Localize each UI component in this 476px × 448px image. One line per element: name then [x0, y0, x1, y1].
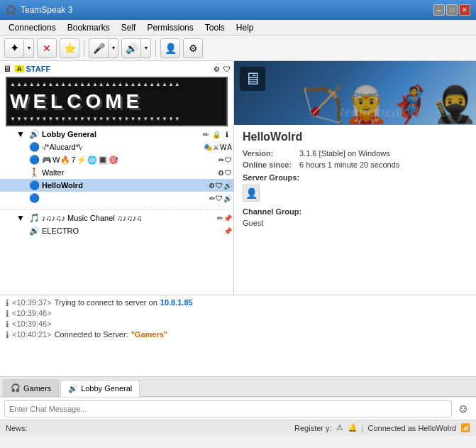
walter-name: Walter: [42, 168, 64, 177]
icon1: 🎭: [204, 143, 212, 151]
version-label: Version:: [243, 149, 299, 158]
user-icons-row[interactable]: 🔵 🎮 W 🔥 7 ⚡ 🌐 🔳 🎯 ✏ 🛡: [0, 153, 233, 166]
channel-tree: 🖥 A STAFF ⚙ 🛡 ▲▲▲▲▲▲▲▲▲▲▲▲▲▲▲▲▲▲▲▲▲▲▲▲▲▲…: [0, 61, 233, 295]
ip-1: 10.8.1.85: [160, 298, 193, 308]
tree-divider: [0, 206, 233, 210]
status-right: Register y: ⚠ 🔔 | Connected as HelloWolr…: [294, 423, 470, 432]
extra-icon3: 🔊: [223, 195, 232, 202]
online-label: Online since:: [243, 160, 299, 169]
lobby-general-channel[interactable]: ▼ 🔊 Lobby General ✏ 🔒 ℹ: [0, 128, 233, 141]
extra-icon2: 🛡: [216, 195, 223, 202]
minimize-button[interactable]: ─: [433, 4, 445, 16]
walter-icons: ⚙ 🛡: [218, 169, 232, 177]
register-label: Register y:: [294, 424, 332, 432]
mute-speaker-button[interactable]: 🔊: [121, 38, 141, 58]
info-icon-2: ℹ: [6, 309, 9, 319]
chat-input-area: ☺: [0, 397, 476, 420]
staff-label: A STAFF: [15, 65, 50, 73]
user-walter[interactable]: 🚶 Walter ⚙ 🛡: [0, 166, 233, 179]
connect-dropdown[interactable]: ▾: [24, 38, 34, 58]
settings-icon: ⚙: [211, 64, 221, 74]
user-banner: 🖥 🏹 🧝 🦸 🥷 teamspeak 3: [234, 61, 476, 125]
title-bar-controls: ─ □ ✕: [433, 4, 470, 16]
mute-mic-group: 🎤 ▾: [89, 38, 118, 58]
user-display-name: HelloWolrd: [243, 131, 467, 143]
menu-tools[interactable]: Tools: [199, 21, 231, 34]
online-row: Online since: 6 hours 1 minute 20 second…: [243, 160, 467, 169]
status-sep: |: [362, 424, 364, 432]
figure4: 🥷: [432, 84, 476, 125]
user-hellowolrd[interactable]: 🔵 HelloWolrd ⚙ 🛡 🔊: [0, 179, 233, 192]
edit-icon: ✏: [201, 129, 211, 139]
user2-edit: ✏: [218, 156, 224, 164]
alucard-icons: 🎭 ⚔ W A: [204, 143, 232, 151]
electro-right-icons: 📌: [223, 227, 232, 235]
mute-mic-button[interactable]: 🎤: [89, 38, 109, 58]
server-root[interactable]: 🖥 A STAFF ⚙ 🛡: [0, 62, 233, 75]
ts-watermark: teamspeak 3: [340, 102, 419, 121]
channel-group-value: Guest: [243, 219, 467, 227]
menu-self[interactable]: Self: [116, 21, 142, 34]
hw-icon2: 🛡: [216, 182, 223, 190]
menu-connections[interactable]: Connections: [3, 21, 62, 34]
walter-avatar-icon: 🚶: [28, 167, 40, 178]
music-icon2: 📌: [223, 214, 232, 222]
disconnect-button[interactable]: ✕: [37, 38, 57, 58]
channel-group-heading: Channel Group:: [243, 207, 467, 216]
info-icon-3: ℹ: [6, 319, 9, 329]
version-row: Version: 3.1.6 [Stable] on Windows: [243, 149, 467, 158]
tabs-bar: 🎧 Gamers 🔊 Lobby General: [0, 377, 476, 397]
tab-gamers[interactable]: 🎧 Gamers: [3, 379, 59, 396]
music-label: ♪♫♪♫♪ Music Chanel ♫♪♫♪♫: [42, 214, 143, 222]
hw-icon3: 🔊: [223, 182, 232, 190]
contacts-button[interactable]: 👤: [160, 38, 180, 58]
user-extra[interactable]: 🔵 ✏ 🛡 🔊: [0, 192, 233, 204]
info-icon-4: ℹ: [6, 330, 9, 340]
walter-icon2: 🛡: [225, 169, 232, 177]
server-groups-area: 👤: [243, 185, 467, 202]
menu-help[interactable]: Help: [231, 21, 260, 34]
music-channel[interactable]: ▼ 🎵 ♪♫♪♫♪ Music Chanel ♫♪♫♪♫ ✏ 📌: [0, 212, 233, 224]
tab-gamers-label: Gamers: [23, 384, 51, 393]
mute-mic-dropdown[interactable]: ▾: [109, 38, 118, 58]
user-alucard[interactable]: 🔵 ·/*Alucard*\· 🎭 ⚔ W A: [0, 141, 233, 153]
time-3: <10:39:46>: [12, 319, 52, 329]
menu-permissions[interactable]: Permissions: [141, 21, 199, 34]
channel-panel: 🖥 A STAFF ⚙ 🛡 ▲▲▲▲▲▲▲▲▲▲▲▲▲▲▲▲▲▲▲▲▲▲▲▲▲▲…: [0, 61, 234, 295]
mute-speaker-dropdown[interactable]: ▾: [141, 38, 151, 58]
banner-pc-icon: 🖥: [240, 67, 265, 91]
channel-right-icons: ✏ 🔒 ℹ: [201, 129, 232, 139]
user-avatar-alucard: 🔵: [28, 141, 40, 153]
close-button[interactable]: ✕: [459, 4, 470, 16]
welcome-border: ▲▲▲▲▲▲▲▲▲▲▲▲▲▲▲▲▲▲▲▲▲▲▲▲▲▲▲ WELCOME ▼▼▼▼…: [6, 77, 228, 126]
chat-input[interactable]: [4, 400, 452, 417]
server-groups-heading: Server Groups:: [243, 173, 467, 182]
connect-button[interactable]: ✦: [4, 38, 24, 58]
app-icon: 🎧: [6, 5, 16, 15]
welcome-triangles-bottom: ▼▼▼▼▼▼▼▼▼▼▼▼▼▼▼▼▼▼▼▼▼▼▼▼▼▼▼: [10, 116, 223, 122]
shield-icon: 🛡: [222, 64, 232, 74]
mute-speaker-group: 🔊 ▾: [121, 38, 151, 58]
tab-lobby-general[interactable]: 🔊 Lobby General: [60, 380, 140, 397]
welcome-text: WELCOME: [10, 87, 223, 116]
tools-button[interactable]: ⚙: [183, 38, 203, 58]
info-icon-1: ℹ: [6, 298, 9, 308]
chat-line-2: ℹ <10:39:46>: [6, 309, 470, 319]
icon2: ⚔: [213, 143, 219, 151]
maximize-button[interactable]: □: [446, 4, 458, 16]
extra-avatar: 🔵: [28, 192, 40, 204]
bookmark-button[interactable]: ⭐: [60, 38, 79, 58]
status-bar: News: Register y: ⚠ 🔔 | Connected as Hel…: [0, 420, 476, 435]
menu-bookmarks[interactable]: Bookmarks: [62, 21, 116, 34]
wifi-icon: 📶: [460, 423, 470, 432]
electro-label: ELECTRO: [42, 226, 79, 235]
emoji-button[interactable]: ☺: [455, 400, 472, 417]
server-name: "Gamers": [131, 330, 167, 340]
tab-lobby-label: Lobby General: [81, 384, 132, 393]
hellowolrd-icons: ⚙ 🛡 🔊: [209, 182, 232, 190]
connect-group: ✦ ▾: [4, 38, 34, 58]
hw-icon1: ⚙: [209, 182, 215, 190]
electro-channel[interactable]: 🔊 ELECTRO 📌: [0, 224, 233, 237]
time-2: <10:39:46>: [12, 309, 52, 319]
separator1: [84, 40, 84, 57]
